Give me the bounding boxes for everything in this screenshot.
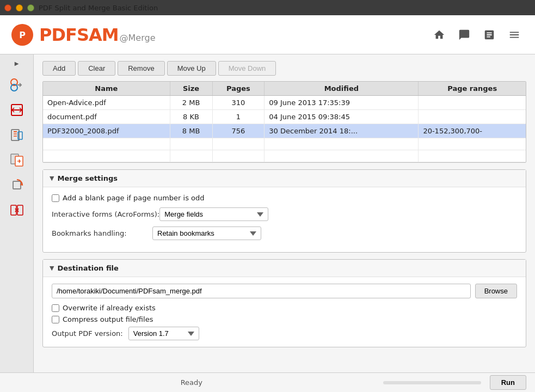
cell-pages: 1: [212, 110, 265, 124]
bookmarks-select[interactable]: Retain bookmarks Discard bookmarks Flatt…: [152, 226, 261, 240]
menu-button[interactable]: [505, 25, 524, 45]
window-title: PDF Split and Merge Basic Edition: [39, 4, 158, 12]
maximize-button[interactable]: [27, 4, 34, 11]
header-actions: [429, 25, 524, 45]
cell-size: 8 MB: [170, 124, 212, 138]
col-size: Size: [170, 82, 212, 96]
logo-text-area: PDFSAM@Merge: [39, 24, 155, 45]
minimize-button[interactable]: [16, 4, 23, 11]
interactive-forms-label: Interactive forms (AcroForms):: [52, 210, 159, 218]
cell-modified: 09 June 2013 17:35:39: [265, 96, 419, 110]
clear-button[interactable]: Clear: [78, 61, 115, 76]
cell-name: PDF32000_2008.pdf: [43, 124, 170, 138]
sidebar-item-split[interactable]: [5, 98, 29, 122]
cell-size: 8 KB: [170, 110, 212, 124]
toolbar: Add Clear Remove Move Up Move Down: [42, 61, 526, 76]
movedown-button[interactable]: Move Down: [218, 61, 276, 76]
destination-file-header[interactable]: ▼ Destination file: [43, 260, 526, 277]
svg-rect-9: [13, 181, 21, 189]
app-subtitle: @Merge: [120, 33, 156, 43]
compress-label: Compress output file/files: [63, 315, 153, 323]
col-name: Name: [43, 82, 170, 96]
destination-file-body: Browse Overwrite if already exists Compr…: [43, 277, 526, 347]
cell-name: document.pdf: [43, 110, 170, 124]
table-row[interactable]: Open-Advice.pdf 2 MB 310 09 June 2013 17…: [43, 96, 526, 110]
destination-arrow: ▼: [50, 265, 54, 272]
col-modified: Modified: [265, 82, 419, 96]
bookmarks-row: Bookmarks handling: Retain bookmarks Dis…: [52, 226, 517, 240]
col-pageranges: Page ranges: [419, 82, 526, 96]
status-text: Ready: [9, 378, 374, 387]
header: P PDFSAM@Merge: [0, 15, 535, 54]
overwrite-checkbox[interactable]: [52, 304, 59, 312]
main-layout: ▶ Add Clear Remove Move: [0, 54, 535, 392]
file-table-container: Name Size Pages Modified Page ranges Ope…: [42, 81, 526, 163]
svg-rect-6: [18, 132, 22, 139]
browse-button[interactable]: Browse: [475, 284, 517, 298]
svg-text:P: P: [19, 30, 26, 40]
table-row-empty: [43, 150, 526, 162]
sidebar: ▶: [0, 54, 34, 392]
news-button[interactable]: [454, 25, 474, 45]
file-table: Name Size Pages Modified Page ranges Ope…: [43, 82, 526, 162]
merge-settings-panel: ▼ Merge settings Add a blank page if pag…: [42, 169, 526, 253]
blank-page-label: Add a blank page if page number is odd: [63, 194, 205, 202]
logo: P PDFSAM@Merge: [11, 23, 155, 46]
add-button[interactable]: Add: [42, 61, 76, 76]
cell-size: 2 MB: [170, 96, 212, 110]
overwrite-label: Overwrite if already exists: [63, 304, 156, 312]
merge-settings-body: Add a blank page if page number is odd I…: [43, 187, 526, 252]
progress-bar-container: [383, 381, 481, 384]
merge-settings-arrow: ▼: [50, 175, 54, 182]
sidebar-item-extract[interactable]: [5, 148, 29, 172]
svg-rect-11: [17, 205, 23, 215]
run-button[interactable]: Run: [490, 375, 526, 390]
cell-name: Open-Advice.pdf: [43, 96, 170, 110]
statusbar: Ready Run: [0, 372, 535, 392]
content-area: Add Clear Remove Move Up Move Down Name …: [34, 54, 535, 392]
cell-pages: 310: [212, 96, 265, 110]
table-row-empty: [43, 138, 526, 150]
bookmarks-label: Bookmarks handling:: [52, 229, 152, 237]
table-row[interactable]: PDF32000_2008.pdf 8 MB 756 30 December 2…: [43, 124, 526, 138]
cell-pageranges: 20-152,300,700-: [419, 124, 526, 138]
sidebar-item-rotate[interactable]: [5, 173, 29, 197]
compress-checkbox[interactable]: [52, 316, 59, 323]
sidebar-item-split-bookmarks[interactable]: [5, 123, 29, 147]
cell-pages: 756: [212, 124, 265, 138]
view-button[interactable]: [479, 25, 499, 45]
col-pages: Pages: [212, 82, 265, 96]
moveup-button[interactable]: Move Up: [167, 61, 216, 76]
sidebar-item-split-size[interactable]: [5, 198, 29, 222]
remove-button[interactable]: Remove: [118, 61, 164, 76]
pdf-version-select[interactable]: Version 1.0 Version 1.1 Version 1.2 Vers…: [128, 327, 199, 340]
destination-file-panel: ▼ Destination file Browse Overwrite if a…: [42, 259, 526, 347]
pdf-version-label: Output PDF version:: [52, 329, 123, 338]
overwrite-row: Overwrite if already exists: [52, 304, 517, 312]
destination-file-title: Destination file: [57, 264, 118, 272]
cell-pageranges: [419, 110, 526, 124]
titlebar: PDF Split and Merge Basic Edition: [0, 0, 535, 15]
blank-page-row: Add a blank page if page number is odd: [52, 194, 517, 202]
interactive-forms-select[interactable]: Merge fields Flatten forms Discard forms: [159, 207, 268, 221]
cell-pageranges: [419, 96, 526, 110]
app-name: PDFSAM: [39, 24, 119, 45]
close-button[interactable]: [4, 4, 11, 11]
interactive-forms-row: Interactive forms (AcroForms): Merge fie…: [52, 207, 517, 221]
sidebar-toggle[interactable]: ▶: [7, 57, 27, 70]
pdf-version-row: Output PDF version: Version 1.0 Version …: [52, 327, 517, 340]
blank-page-checkbox[interactable]: [52, 194, 59, 202]
svg-rect-10: [11, 205, 16, 215]
cell-modified: 30 December 2014 18:...: [265, 124, 419, 138]
merge-settings-header[interactable]: ▼ Merge settings: [43, 170, 526, 187]
dest-path-input[interactable]: [52, 284, 471, 298]
home-button[interactable]: [429, 25, 449, 45]
sidebar-item-merge[interactable]: [5, 73, 29, 97]
logo-icon: P: [11, 23, 34, 46]
dest-path-row: Browse: [52, 284, 517, 298]
cell-modified: 04 June 2015 09:38:45: [265, 110, 419, 124]
table-row[interactable]: document.pdf 8 KB 1 04 June 2015 09:38:4…: [43, 110, 526, 124]
compress-row: Compress output file/files: [52, 315, 517, 323]
merge-settings-title: Merge settings: [57, 174, 118, 182]
